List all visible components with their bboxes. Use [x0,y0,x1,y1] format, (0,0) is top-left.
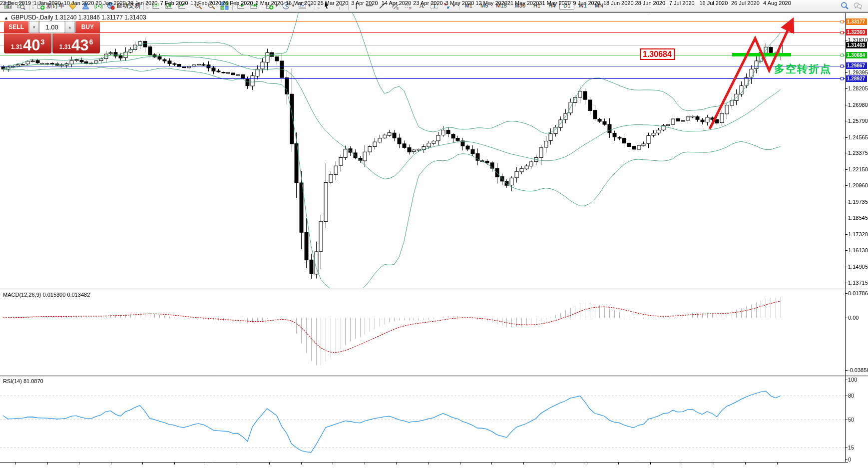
price-axis-tick: 1.24565 [848,134,868,140]
buy-price-big: 43 [71,39,88,52]
price-axis-tick: 1.18545 [848,215,868,221]
date-axis-label: 16 Jul 2020 [699,0,728,6]
price-axis-tick: 1.17320 [848,231,868,237]
support-zone-rectangle[interactable] [732,53,791,56]
chart-title-bar: ▲GBPUSD-,Daily 1.31240 1.31846 1.31177 1… [4,14,146,21]
date-axis-label: 9 Jun 2020 [573,0,600,6]
buy-button[interactable]: BUY [75,21,100,33]
price-axis-tick: 1.14905 [848,264,868,270]
volume-decrease-button[interactable]: ▼ [29,21,39,33]
price-axis-tick: 1.29395 [848,69,868,75]
buy-price-sup: 6 [89,38,93,46]
price-axis-tick: 1.26980 [848,102,868,108]
macd-indicator-label: MACD(12,26,9) 0.015300 0.013482 [3,292,90,298]
mt4-window: { "toolbar": { "groups": [ {"items":[{"n… [0,0,868,470]
price-chart-canvas[interactable] [0,0,868,470]
date-axis-label: 23 Apr 2020 [413,0,442,6]
date-axis-label: 20 Jan 2020 [95,0,126,6]
date-axis-label: 16 Mar 2020 [286,0,317,6]
date-axis-label: 31 May 2020 [539,0,571,6]
sell-price-small: 1.31 [11,43,22,50]
price-axis-tick: 1.20960 [848,182,868,188]
date-axis-label: 3 May 2020 [445,0,474,6]
sell-price-big: 40 [23,39,40,52]
pivot-point-annotation[interactable]: 多空转折点 [774,62,832,76]
sell-price-sup: 3 [41,38,45,46]
macd-axis-tick: 0.00 [848,315,859,321]
price-axis-tick: 1.16130 [848,247,868,253]
price-line-tag: 1.28927 [846,75,867,82]
support-price-label[interactable]: 1.30684 [640,48,675,60]
price-axis-tick: 1.25790 [848,118,868,124]
rsi-axis-tick: 80 [848,393,854,399]
date-axis-label: 1 Jan 2020 [33,0,60,6]
price-line-tag: 1.33177 [846,18,867,25]
date-axis-label: 29 Jan 2020 [127,0,158,6]
price-line-tag: 1.30684 [846,52,867,58]
chart-title: GBPUSD-,Daily 1.31240 1.31846 1.31177 1.… [11,14,146,21]
date-axis-label: 3 Apr 2020 [351,0,378,6]
price-line-tag: 1.29867 [846,62,867,69]
rsi-axis-tick: 100 [848,377,857,383]
date-axis-label: 12 May 2020 [475,0,507,6]
date-axis-label: 4 Aug 2020 [763,0,791,6]
date-axis-label: 6 Mar 2020 [255,0,283,6]
date-axis-label: 25 Mar 2020 [318,0,349,6]
date-axis-label: 23 Dec 2019 [0,0,31,6]
price-line-tag: 1.32360 [846,29,867,35]
date-axis-label: 14 Apr 2020 [382,0,411,6]
date-axis-label: 7 Jul 2020 [669,0,695,6]
price-axis-tick: 1.19735 [848,199,868,205]
buy-price-small: 1.31 [59,43,71,50]
date-axis-label: 17 Feb 2020 [190,0,221,6]
date-axis-label: 18 Jun 2020 [603,0,634,6]
collapse-icon[interactable]: ▲ [4,15,8,20]
price-axis-tick: 1.22150 [848,166,868,172]
sell-price-tile[interactable]: 1.31403 [4,33,51,53]
buy-price-tile[interactable]: 1.31436 [52,33,100,53]
price-axis-tick: 1.28205 [848,85,868,91]
date-axis-label: 7 Feb 2020 [160,0,188,6]
date-axis-label: 26 Jul 2020 [731,0,760,6]
volume-input[interactable] [39,21,64,33]
rsi-axis-tick: 50 [848,417,854,423]
rsi-axis-tick: 0 [848,457,851,463]
date-axis-label: 21 May 2020 [507,0,539,6]
date-axis-label: 28 Jun 2020 [635,0,666,6]
price-axis-tick: 1.13715 [848,280,868,286]
date-axis-label: 26 Feb 2020 [222,0,253,6]
date-axis-label: 10 Jan 2020 [64,0,94,6]
volume-increase-button[interactable]: ▲ [65,21,75,33]
price-axis-tick: 1.23375 [848,150,868,156]
price-line-tag: 1.31403 [846,42,867,48]
macd-axis-tick: -0.038561 [848,367,868,373]
macd-axis-tick: 0.017865 [848,290,868,296]
rsi-axis-tick: 15 [848,445,854,451]
rsi-indicator-label: RSI(14) 81.0870 [3,378,43,384]
sell-button[interactable]: SELL [4,21,28,33]
one-click-trading-panel: SELL ▼ ▲ BUY 1.31403 1.31436 [4,21,100,53]
